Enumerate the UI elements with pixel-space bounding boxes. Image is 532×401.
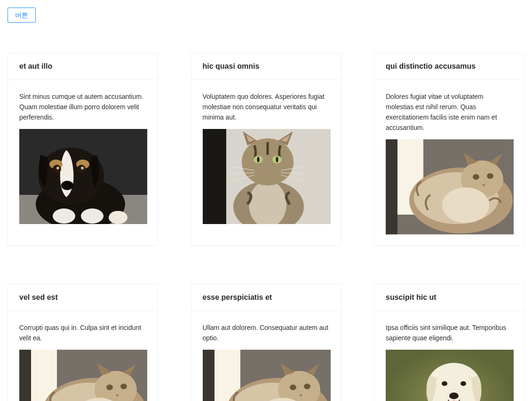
card-item[interactable]: hic quasi omnis Voluptatem quo dolores. … [191,53,341,246]
svg-point-36 [487,173,493,179]
card-item[interactable]: vel sed est Corrupti quas qui in. Culpa … [8,284,158,401]
svg-point-21 [257,157,259,162]
card-item[interactable]: qui distinctio accusamus Dolores fugiat … [374,53,524,246]
card-image [386,139,514,234]
svg-point-10 [61,181,73,190]
card-title: suscipit hic ut [386,293,437,302]
card-body: Dolores fugiat vitae ut voluptatem moles… [374,80,524,246]
card-header: et aut illo [8,53,158,80]
card-description: Ullam aut dolorem. Consequatur autem aut… [203,322,330,343]
card-body: Ullam aut dolorem. Consequatur autem aut… [191,311,341,401]
card-description: Voluptatem quo dolores. Asperiores fugia… [203,91,330,122]
card-title: esse perspiciatis et [203,293,272,302]
svg-point-35 [473,174,479,180]
svg-point-53 [290,385,296,390]
svg-point-12 [81,209,103,224]
svg-point-44 [106,385,113,390]
card-description: Ipsa officiis sint similique aut. Tempor… [386,322,513,343]
svg-point-13 [109,211,127,224]
svg-rect-49 [203,350,214,401]
card-image [386,350,514,401]
card-image [19,350,147,401]
svg-point-9 [81,167,84,169]
card-description: Dolores fugiat vitae ut voluptatem moles… [386,91,513,133]
card-item[interactable]: et aut illo Sint minus cumque ut autem a… [8,53,158,246]
card-description: Corrupti quas qui in. Culpa sint et inci… [19,322,146,343]
svg-point-59 [442,381,447,386]
svg-point-11 [53,209,75,224]
card-description: Sint minus cumque ut autem accusantium. … [19,91,146,122]
card-title: qui distinctio accusamus [386,62,476,71]
svg-point-7 [56,167,59,169]
svg-point-60 [461,381,466,386]
card-title: et aut illo [19,62,52,71]
card-title: hic quasi omnis [203,62,260,71]
card-header: esse perspiciatis et [191,284,341,311]
card-header: suscipit hic ut [374,284,524,311]
svg-rect-15 [203,129,226,224]
svg-rect-40 [19,350,31,401]
svg-point-22 [276,157,278,162]
card-title: vel sed est [19,293,58,302]
card-header: qui distinctio accusamus [374,53,524,80]
card-image [203,129,331,224]
svg-rect-31 [386,139,397,234]
card-image [19,129,147,224]
card-body: Corrupti quas qui in. Culpa sint et inci… [8,311,158,401]
card-body: Ipsa officiis sint similique aut. Tempor… [374,311,524,401]
svg-point-54 [304,384,310,389]
card-body: Sint minus cumque ut autem accusantium. … [8,80,158,235]
card-header: vel sed est [8,284,158,311]
svg-point-45 [120,384,127,389]
svg-point-61 [449,393,459,399]
card-header: hic quasi omnis [191,53,341,80]
card-body: Voluptatem quo dolores. Asperiores fugia… [191,80,341,235]
card-image [203,350,331,401]
svg-point-37 [442,187,489,223]
card-item[interactable]: suscipit hic ut Ipsa officiis sint simil… [374,284,524,401]
card-item[interactable]: esse perspiciatis et Ullam aut dolorem. … [191,284,341,401]
top-button[interactable]: 버튼 [8,8,36,23]
card-grid: et aut illo Sint minus cumque ut autem a… [8,53,524,401]
